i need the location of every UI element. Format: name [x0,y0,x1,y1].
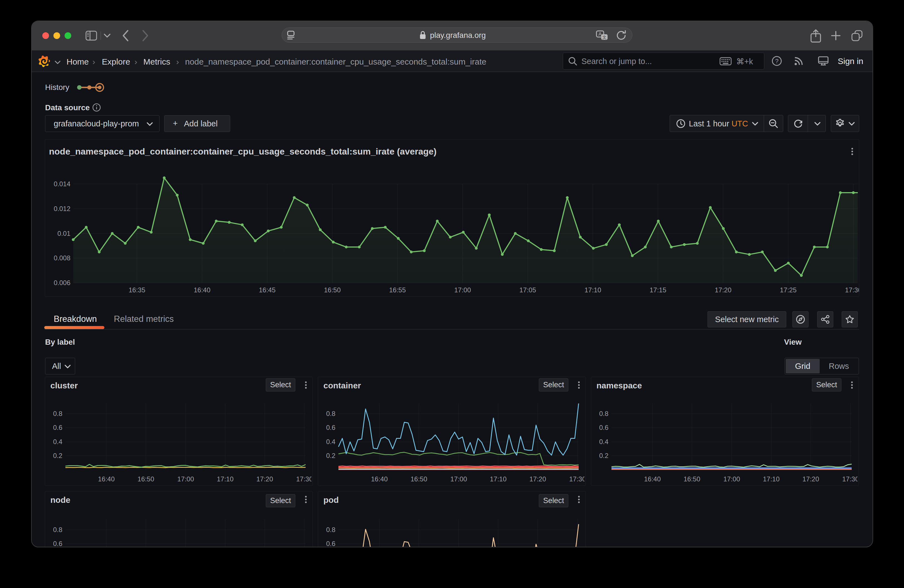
svg-text:0.6: 0.6 [326,540,335,547]
svg-text:16:45: 16:45 [259,286,275,294]
svg-text:17:25: 17:25 [780,286,797,294]
svg-text:0.2: 0.2 [599,452,608,459]
svg-text:0.014: 0.014 [54,180,70,188]
svg-text:17:30: 17:30 [296,475,311,483]
svg-text:0.6: 0.6 [326,424,335,431]
svg-text:0.8: 0.8 [326,526,335,533]
svg-text:16:50: 16:50 [411,475,427,483]
svg-text:16:50: 16:50 [137,475,154,483]
svg-text:16:35: 16:35 [129,286,145,294]
svg-text:17:00: 17:00 [450,475,467,483]
svg-text:0.6: 0.6 [53,540,62,547]
svg-text:0.6: 0.6 [53,424,62,431]
svg-text:0.4: 0.4 [53,438,62,446]
svg-text:17:30: 17:30 [845,286,859,294]
svg-text:17:20: 17:20 [803,475,819,483]
svg-text:17:00: 17:00 [723,475,740,483]
svg-text:17:10: 17:10 [763,475,779,483]
svg-text:17:05: 17:05 [519,286,536,294]
svg-text:16:55: 16:55 [389,286,406,294]
svg-text:0.6: 0.6 [599,424,608,431]
svg-text:17:30: 17:30 [842,475,858,483]
svg-text:17:10: 17:10 [217,475,234,483]
svg-text:17:20: 17:20 [256,475,273,483]
svg-text:16:40: 16:40 [98,475,115,483]
svg-text:0.008: 0.008 [54,254,70,262]
svg-text:文: 文 [602,35,607,40]
svg-text:17:10: 17:10 [585,286,601,294]
svg-text:17:00: 17:00 [454,286,471,294]
svg-text:16:40: 16:40 [644,475,661,483]
svg-text:17:20: 17:20 [715,286,732,294]
svg-text:17:10: 17:10 [490,475,507,483]
svg-text:16:50: 16:50 [684,475,700,483]
svg-text:0.4: 0.4 [326,438,335,446]
svg-text:16:50: 16:50 [324,286,341,294]
svg-text:0.8: 0.8 [53,410,62,417]
svg-text:17:15: 17:15 [650,286,666,294]
svg-text:0.012: 0.012 [54,205,70,212]
svg-text:0.8: 0.8 [599,410,608,417]
svg-text:16:40: 16:40 [194,286,210,294]
svg-text:0.4: 0.4 [599,438,608,446]
svg-text:0.01: 0.01 [57,230,70,237]
svg-text:0.2: 0.2 [326,452,335,459]
svg-text:16:40: 16:40 [371,475,388,483]
svg-text:0.006: 0.006 [54,279,70,286]
svg-text:0.8: 0.8 [326,410,335,417]
svg-text:?: ? [775,58,779,65]
svg-text:17:00: 17:00 [177,475,194,483]
svg-text:0.8: 0.8 [53,526,62,533]
svg-text:0.2: 0.2 [53,452,62,459]
svg-text:17:20: 17:20 [529,475,546,483]
svg-text:17:30: 17:30 [569,475,585,483]
